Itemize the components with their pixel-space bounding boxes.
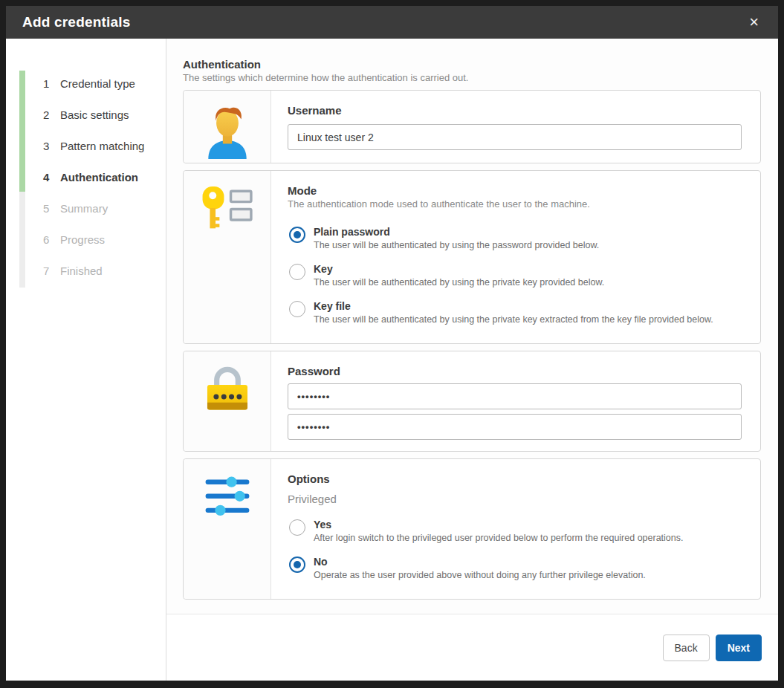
mode-card: Mode The authentication mode used to aut… xyxy=(183,170,761,344)
password-input[interactable] xyxy=(288,383,742,409)
radio-plain-password[interactable] xyxy=(289,227,305,243)
mode-options: Plain password The user will be authenti… xyxy=(289,226,742,343)
radio-description: The user will be authenticated by using … xyxy=(314,314,713,325)
mode-label: Mode xyxy=(288,184,742,197)
privileged-label: Privileged xyxy=(288,493,742,505)
radio-label: No xyxy=(314,556,646,568)
user-icon xyxy=(203,104,252,162)
username-icon-column xyxy=(184,91,271,163)
step-number: 2 xyxy=(43,108,60,121)
dialog-body: 1 Credential type 2 Basic settings 3 Pat… xyxy=(6,39,778,681)
key-icon xyxy=(199,184,256,235)
radio-yes[interactable] xyxy=(289,519,305,536)
step-finished[interactable]: 7 Finished xyxy=(6,255,166,286)
step-summary[interactable]: 5 Summary xyxy=(6,192,166,224)
privileged-option-no[interactable]: No Operate as the user provided above wi… xyxy=(289,556,742,582)
add-credentials-dialog: Add credentials × 1 Credential type 2 Ba… xyxy=(6,6,778,681)
radio-key[interactable] xyxy=(289,264,305,280)
wizard-steps: 1 Credential type 2 Basic settings 3 Pat… xyxy=(6,39,166,286)
username-card: Username xyxy=(183,90,761,163)
mode-option-plain-password[interactable]: Plain password The user will be authenti… xyxy=(289,226,742,253)
step-number: 6 xyxy=(43,233,60,246)
password-confirm-input[interactable] xyxy=(288,414,742,440)
step-content: Authentication The settings which determ… xyxy=(166,39,778,614)
mode-option-key-file[interactable]: Key file The user will be authenticated … xyxy=(289,300,742,327)
radio-description: The user will be authenticated by using … xyxy=(314,240,599,250)
page-subtitle: The settings which determine how the aut… xyxy=(183,72,761,83)
password-icon-column xyxy=(184,351,271,451)
sliders-icon xyxy=(201,473,254,522)
radio-label: Key xyxy=(314,263,604,275)
step-number: 5 xyxy=(43,202,60,215)
step-label: Authentication xyxy=(60,171,138,184)
back-button[interactable]: Back xyxy=(663,635,710,661)
step-label: Summary xyxy=(60,202,108,215)
next-button[interactable]: Next xyxy=(716,635,762,661)
radio-description: The user will be authenticated by using … xyxy=(314,277,604,288)
username-body: Username xyxy=(271,91,760,163)
lock-icon xyxy=(201,365,254,414)
step-progress[interactable]: 6 Progress xyxy=(6,224,166,255)
radio-label: Key file xyxy=(314,300,713,312)
privileged-option-yes[interactable]: Yes After login switch to the privileged… xyxy=(289,519,742,545)
page-header: Authentication The settings which determ… xyxy=(183,58,761,83)
wizard-sidebar: 1 Credential type 2 Basic settings 3 Pat… xyxy=(6,39,166,681)
options-card: Options Privileged Yes After login switc… xyxy=(183,458,761,600)
mode-icon-column xyxy=(184,171,271,343)
close-icon[interactable]: × xyxy=(746,13,762,32)
options-label: Options xyxy=(288,473,742,485)
step-number: 3 xyxy=(43,140,60,152)
wizard-progress-rail xyxy=(19,71,25,288)
page-title: Authentication xyxy=(183,58,761,71)
dialog-footer: Back Next xyxy=(166,614,778,681)
dialog-titlebar: Add credentials × xyxy=(6,6,778,39)
step-number: 1 xyxy=(43,77,60,90)
step-pattern-matching[interactable]: 3 Pattern matching xyxy=(6,130,166,161)
step-label: Basic settings xyxy=(60,108,129,121)
mode-description: The authentication mode used to authenti… xyxy=(288,198,742,210)
radio-no[interactable] xyxy=(289,556,305,573)
password-card: Password xyxy=(183,351,761,452)
progress-rail-done xyxy=(19,71,25,192)
step-label: Finished xyxy=(60,265,103,277)
username-input[interactable] xyxy=(288,124,742,150)
mode-body: Mode The authentication mode used to aut… xyxy=(271,171,760,343)
mode-option-key[interactable]: Key The user will be authenticated by us… xyxy=(289,263,742,290)
step-credential-type[interactable]: 1 Credential type xyxy=(6,68,166,99)
radio-description: Operate as the user provided above witho… xyxy=(314,570,646,580)
dialog-title: Add credentials xyxy=(22,14,131,30)
step-number: 7 xyxy=(43,265,60,277)
step-label: Progress xyxy=(60,233,105,246)
step-label: Credential type xyxy=(60,77,135,90)
radio-description: After login switch to the privileged use… xyxy=(314,533,684,543)
privileged-options: Yes After login switch to the privileged… xyxy=(289,519,742,599)
password-body: Password xyxy=(271,351,760,451)
options-icon-column xyxy=(184,459,271,599)
radio-label: Yes xyxy=(314,519,684,530)
radio-label: Plain password xyxy=(314,226,599,238)
step-authentication[interactable]: 4 Authentication xyxy=(6,161,166,192)
progress-rail-todo xyxy=(19,192,25,288)
main-panel: Authentication The settings which determ… xyxy=(166,39,778,681)
step-basic-settings[interactable]: 2 Basic settings xyxy=(6,99,166,130)
password-label: Password xyxy=(288,365,742,377)
radio-key-file[interactable] xyxy=(289,301,305,317)
username-label: Username xyxy=(288,104,742,117)
step-number: 4 xyxy=(43,171,60,184)
step-label: Pattern matching xyxy=(60,140,144,152)
options-body: Options Privileged Yes After login switc… xyxy=(271,459,760,599)
